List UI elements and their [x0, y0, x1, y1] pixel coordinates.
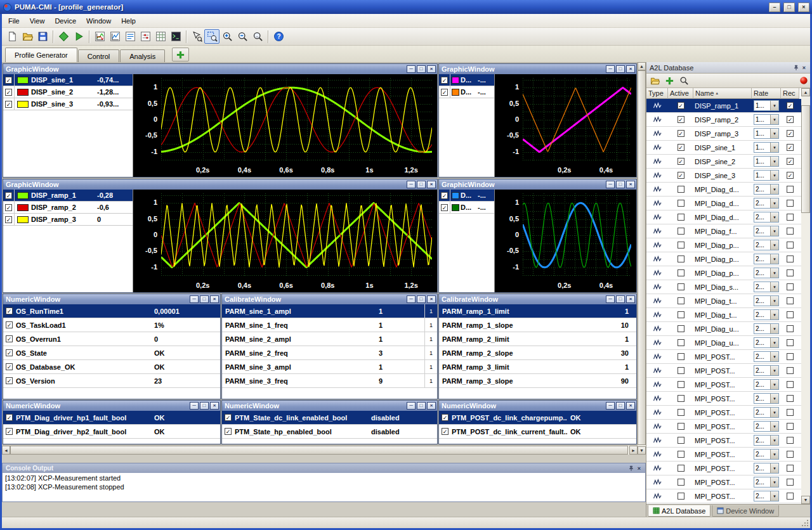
- plot-area[interactable]: 10,50-0,5-10,2s0,4s: [495, 190, 636, 292]
- numeric-row[interactable]: ✓PTM_POST_dc_link_current_fault...OK: [439, 425, 636, 439]
- parameter-value[interactable]: 10: [596, 321, 629, 329]
- a2l-row[interactable]: MPI_POST...2...▼: [646, 364, 801, 378]
- vertical-scrollbar[interactable]: ▲▼: [638, 62, 646, 455]
- rec-checkbox[interactable]: ✓: [787, 130, 794, 137]
- zoom-out-button[interactable]: [235, 29, 250, 44]
- window-maximize-button[interactable]: □: [616, 402, 625, 410]
- rate-combobox[interactable]: 2...▼: [754, 477, 779, 488]
- legend-row[interactable]: ✓DISP_ramp_1-0,28: [3, 190, 133, 202]
- panel-tab-a2l-database[interactable]: A2L Database: [648, 505, 710, 517]
- xy-window-button[interactable]: [107, 29, 122, 44]
- window-maximize-button[interactable]: □: [417, 181, 426, 188]
- active-checkbox[interactable]: [678, 479, 684, 486]
- rec-checkbox[interactable]: [787, 493, 794, 500]
- calibrate-row[interactable]: PARM_sine_1_freq11: [222, 318, 437, 332]
- calibrate-window-button[interactable]: [138, 29, 153, 44]
- dropdown-arrow-icon[interactable]: ▼: [770, 212, 778, 222]
- rate-combobox[interactable]: 2...▼: [754, 309, 779, 320]
- window-close-button[interactable]: ×: [427, 65, 436, 73]
- window-close-button[interactable]: ×: [427, 295, 436, 303]
- numeric-row[interactable]: ✓PTM_Diag_driver_hp2_fault_boolOK: [3, 425, 220, 439]
- window-close-button[interactable]: ×: [626, 402, 635, 410]
- rate-combobox[interactable]: 2...▼: [754, 254, 779, 264]
- rate-combobox[interactable]: 2...▼: [754, 407, 779, 418]
- active-checkbox[interactable]: [678, 297, 684, 304]
- dropdown-arrow-icon[interactable]: ▼: [770, 449, 778, 459]
- window-titlebar[interactable]: CalibrateWindow─□×: [222, 294, 437, 304]
- window-titlebar[interactable]: GraphicWindow─□×: [3, 64, 437, 74]
- scroll-track[interactable]: [10, 446, 629, 455]
- dropdown-arrow-icon[interactable]: ▼: [770, 254, 778, 264]
- numeric-row[interactable]: ✓PTM_Diag_driver_hp1_fault_boolOK: [3, 411, 220, 425]
- close-button[interactable]: ×: [798, 3, 809, 12]
- row-checkbox[interactable]: ✓: [442, 428, 449, 435]
- window-titlebar[interactable]: NumericWindow─□×: [3, 294, 220, 304]
- rec-checkbox[interactable]: [787, 367, 794, 374]
- a2l-row[interactable]: MPI_Diag_s...2...▼: [646, 280, 801, 294]
- rate-combobox[interactable]: 1...▼: [754, 142, 779, 153]
- plot-canvas[interactable]: [523, 193, 631, 277]
- window-titlebar[interactable]: CalibrateWindow─□×: [439, 294, 636, 304]
- window-maximize-button[interactable]: □: [200, 295, 209, 303]
- dropdown-arrow-icon[interactable]: ▼: [770, 115, 778, 124]
- dropdown-arrow-icon[interactable]: ▼: [770, 366, 778, 375]
- signal-visible-checkbox[interactable]: ✓: [441, 192, 448, 199]
- rate-combobox[interactable]: 2...▼: [754, 449, 779, 460]
- rec-checkbox[interactable]: ✓: [787, 158, 794, 165]
- numeric-row[interactable]: ✓OS_TaskLoad11%: [3, 318, 220, 332]
- window-minimize-button[interactable]: ─: [606, 181, 615, 188]
- scroll-up-button[interactable]: ▲: [638, 62, 646, 70]
- dropdown-arrow-icon[interactable]: ▼: [770, 491, 778, 501]
- row-checkbox[interactable]: ✓: [6, 335, 13, 342]
- menu-item-file[interactable]: File: [3, 15, 25, 27]
- graphic-window-button[interactable]: [92, 29, 107, 44]
- active-checkbox[interactable]: [678, 200, 684, 207]
- dropdown-arrow-icon[interactable]: ▼: [770, 310, 778, 320]
- parameter-value[interactable]: 30: [596, 349, 629, 357]
- column-header-name[interactable]: Name▲: [693, 88, 752, 99]
- dropdown-arrow-icon[interactable]: ▼: [770, 171, 778, 180]
- console-window-button[interactable]: [168, 29, 183, 44]
- parameter-value[interactable]: 9: [344, 377, 383, 385]
- window-minimize-button[interactable]: ─: [190, 402, 199, 410]
- rec-checkbox[interactable]: [787, 465, 794, 472]
- window-minimize-button[interactable]: ─: [407, 295, 416, 303]
- scroll-down-button[interactable]: ▼: [638, 446, 646, 455]
- rate-combobox[interactable]: 2...▼: [754, 393, 779, 404]
- legend-row[interactable]: ✓DISP_ramp_2-0,6: [3, 202, 133, 214]
- window-close-button[interactable]: ×: [626, 295, 635, 303]
- signal-visible-checkbox[interactable]: ✓: [441, 204, 448, 211]
- active-checkbox[interactable]: [678, 242, 684, 249]
- tab-analysis[interactable]: Analysis: [120, 49, 165, 62]
- dropdown-arrow-icon[interactable]: ▼: [770, 463, 778, 473]
- add-tab-button[interactable]: [172, 48, 189, 61]
- menu-item-view[interactable]: View: [25, 15, 50, 27]
- a2l-row[interactable]: MPI_Diag_t...2...▼: [646, 308, 801, 322]
- plot-canvas[interactable]: [161, 193, 432, 277]
- window-maximize-button[interactable]: □: [616, 181, 625, 188]
- window-titlebar[interactable]: NumericWindow─□×: [439, 401, 636, 411]
- a2l-row[interactable]: ✓DISP_ramp_11...▼✓: [646, 99, 801, 113]
- minimize-button[interactable]: –: [769, 3, 780, 12]
- zoom-region-button[interactable]: [204, 29, 219, 44]
- calibrate-row[interactable]: PARM_sine_1_ampl11: [222, 304, 437, 318]
- scroll-track[interactable]: [801, 96, 810, 496]
- signal-visible-checkbox[interactable]: ✓: [441, 89, 448, 96]
- zoom-pointer-button[interactable]: [189, 29, 204, 44]
- numeric-row[interactable]: ✓PTM_POST_dc_link_chargepump...OK: [439, 411, 636, 425]
- window-titlebar[interactable]: GraphicWindow─□×: [3, 179, 437, 190]
- active-checkbox[interactable]: [678, 437, 684, 444]
- a2l-row[interactable]: MPI_POST...2...▼: [646, 462, 801, 475]
- calibrate-row[interactable]: PARM_ramp_3_limit1: [439, 360, 636, 374]
- window-titlebar[interactable]: GraphicWindow─□×: [439, 64, 636, 74]
- numeric-row[interactable]: ✓OS_Overrun10: [3, 332, 220, 346]
- window-maximize-button[interactable]: □: [417, 402, 426, 410]
- window-maximize-button[interactable]: □: [616, 65, 625, 73]
- rate-combobox[interactable]: 2...▼: [754, 295, 779, 306]
- parameter-value[interactable]: 1: [596, 335, 629, 343]
- new-file-button[interactable]: [4, 29, 20, 44]
- rec-checkbox[interactable]: [787, 381, 794, 388]
- rec-checkbox[interactable]: [787, 451, 794, 458]
- legend-row[interactable]: ✓DISP_ramp_30: [3, 214, 133, 226]
- active-checkbox[interactable]: ✓: [678, 144, 684, 151]
